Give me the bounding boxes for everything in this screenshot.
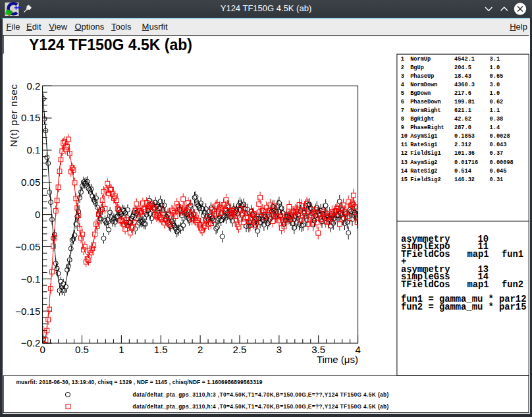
svg-text:AsymSig2: AsymSig2: [410, 159, 437, 166]
svg-text:0.15: 0.15: [21, 112, 40, 123]
svg-text:data/deltat_pta_gps_3110,h:3 ,: data/deltat_pta_gps_3110,h:3 ,T0=4.50K,T…: [133, 391, 389, 398]
svg-text:RateSig1: RateSig1: [410, 142, 437, 148]
svg-text:BgUp: BgUp: [410, 65, 424, 71]
svg-text:7: 7: [401, 107, 404, 114]
svg-text:TFieldCos: TFieldCos: [401, 250, 450, 260]
svg-text:3: 3: [401, 73, 404, 80]
svg-text:fun1: fun1: [502, 250, 523, 260]
svg-text:13: 13: [401, 159, 408, 166]
svg-text:0.01716: 0.01716: [454, 159, 478, 166]
svg-text:Time (μs): Time (μs): [317, 354, 358, 365]
svg-text:FieldSig2: FieldSig2: [410, 177, 440, 183]
svg-text:3: 3: [277, 344, 282, 355]
svg-text:287.0: 287.0: [454, 125, 471, 131]
svg-text:199.81: 199.81: [454, 99, 475, 105]
svg-text:2: 2: [198, 344, 203, 355]
svg-text:146.32: 146.32: [454, 177, 475, 183]
svg-text:8: 8: [401, 116, 404, 123]
svg-text:204.5: 204.5: [454, 65, 471, 71]
svg-text:18.43: 18.43: [454, 73, 471, 80]
svg-text:3.0: 3.0: [490, 82, 500, 88]
svg-text:2.312: 2.312: [454, 142, 471, 148]
svg-text:12: 12: [401, 150, 408, 157]
svg-text:4: 4: [401, 82, 404, 88]
svg-text:3.1: 3.1: [490, 56, 500, 63]
svg-text:fun2 = gamma_mu * par15: fun2 = gamma_mu * par15: [401, 302, 526, 312]
svg-text:217.6: 217.6: [454, 90, 471, 97]
svg-text:PhaseUp: PhaseUp: [410, 73, 434, 80]
svg-text:0.045: 0.045: [490, 168, 507, 175]
svg-text:map1: map1: [467, 250, 489, 260]
svg-text:BgDown: BgDown: [410, 90, 431, 97]
svg-text:11: 11: [401, 142, 408, 148]
svg-text:101.36: 101.36: [454, 150, 475, 157]
svg-text:0.00098: 0.00098: [490, 159, 514, 166]
svg-text:0.38: 0.38: [490, 116, 504, 123]
svg-text:−0.15: −0.15: [15, 306, 40, 317]
svg-text:9: 9: [401, 125, 404, 131]
svg-text:1: 1: [119, 344, 124, 355]
svg-text:1.5: 1.5: [154, 344, 168, 355]
svg-text:1: 1: [401, 56, 404, 63]
svg-text:data/deltat_pta_gps_3110,h:4 ,: data/deltat_pta_gps_3110,h:4 ,T0=4.50K,T…: [133, 403, 389, 410]
svg-text:0.514: 0.514: [454, 168, 471, 175]
svg-text:10: 10: [401, 133, 408, 140]
svg-text:AsymSig1: AsymSig1: [410, 133, 437, 140]
svg-text:1.0: 1.0: [490, 90, 500, 97]
svg-text:0: 0: [35, 209, 40, 220]
svg-text:621.1: 621.1: [454, 107, 471, 114]
svg-text:0.2: 0.2: [26, 80, 40, 92]
svg-text:BgRight: BgRight: [410, 116, 434, 123]
svg-text:6: 6: [401, 99, 404, 105]
svg-text:2: 2: [401, 65, 404, 71]
svg-text:0.31: 0.31: [490, 177, 504, 183]
svg-text:FieldSig1: FieldSig1: [410, 150, 440, 157]
svg-text:−0.2: −0.2: [21, 337, 41, 348]
svg-text:N(t) per nsec: N(t) per nsec: [8, 84, 19, 148]
svg-text:Y124 TF150G 4.5K (ab): Y124 TF150G 4.5K (ab): [29, 36, 192, 53]
svg-text:musrfit: 2018-06-30, 13:19:40,: musrfit: 2018-06-30, 13:19:40, chisq = 1…: [16, 379, 263, 385]
svg-text:0.65: 0.65: [490, 73, 504, 80]
svg-text:0.37: 0.37: [490, 150, 504, 157]
svg-text:4542.1: 4542.1: [454, 56, 475, 63]
svg-text:NormRight: NormRight: [410, 107, 440, 114]
svg-text:0.1: 0.1: [26, 144, 40, 155]
svg-text:0.1853: 0.1853: [454, 133, 475, 140]
svg-text:−0.05: −0.05: [15, 241, 40, 252]
svg-text:PhaseDown: PhaseDown: [410, 99, 440, 105]
svg-text:fun2: fun2: [502, 280, 523, 290]
svg-text:0.0028: 0.0028: [490, 133, 510, 140]
svg-text:TFieldCos: TFieldCos: [401, 280, 450, 290]
svg-text:0.62: 0.62: [490, 99, 504, 105]
svg-text:0.5: 0.5: [75, 344, 89, 355]
svg-text:5: 5: [401, 90, 404, 97]
svg-text:NormUp: NormUp: [410, 56, 431, 63]
svg-text:NormDown: NormDown: [410, 82, 437, 88]
svg-text:RateSig2: RateSig2: [410, 168, 437, 175]
svg-text:PhaseRight: PhaseRight: [410, 125, 444, 131]
svg-text:0.043: 0.043: [490, 142, 507, 148]
svg-text:15: 15: [401, 177, 408, 183]
svg-text:2.5: 2.5: [233, 344, 247, 355]
svg-text:4360.3: 4360.3: [454, 82, 475, 88]
svg-text:−0.1: −0.1: [21, 273, 41, 285]
svg-text:map1: map1: [467, 280, 489, 290]
svg-text:1.0: 1.0: [490, 65, 500, 71]
svg-text:0: 0: [40, 344, 45, 355]
svg-text:1.1: 1.1: [490, 107, 500, 114]
svg-text:14: 14: [401, 168, 408, 175]
svg-text:0.05: 0.05: [21, 177, 40, 188]
svg-text:42.62: 42.62: [454, 116, 471, 123]
svg-text:1.4: 1.4: [490, 125, 500, 131]
